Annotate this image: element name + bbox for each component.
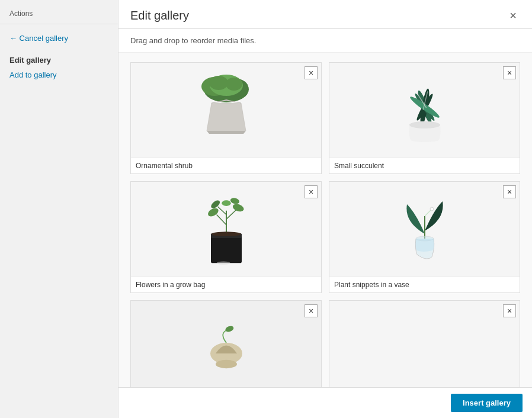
remove-item-button[interactable]: × bbox=[305, 304, 318, 317]
item-image-container: × bbox=[131, 301, 321, 387]
svg-marker-8 bbox=[207, 131, 246, 134]
item-caption[interactable] bbox=[131, 157, 321, 173]
close-modal-button[interactable]: × bbox=[506, 8, 520, 22]
caption-input[interactable] bbox=[334, 281, 515, 289]
modal-footer: Insert gallery bbox=[118, 387, 532, 418]
item-image-container: × bbox=[329, 301, 520, 387]
remove-item-button[interactable]: × bbox=[503, 185, 516, 198]
svg-point-29 bbox=[222, 200, 230, 206]
caption-input[interactable] bbox=[334, 162, 515, 170]
caption-input[interactable] bbox=[136, 281, 316, 289]
sidebar: Actions ← Cancel gallery Edit gallery Ad… bbox=[0, 0, 118, 418]
gallery-grid: × bbox=[130, 62, 520, 387]
item-image-container: × bbox=[131, 63, 321, 157]
sidebar-divider bbox=[0, 24, 118, 24]
drag-hint: Drag and drop to reorder media files. bbox=[118, 29, 532, 53]
remove-item-button[interactable]: × bbox=[503, 304, 516, 317]
add-to-gallery-link[interactable]: Add to gallery bbox=[0, 68, 118, 82]
main-content: Edit gallery × Drag and drop to reorder … bbox=[118, 0, 532, 418]
gallery-item: × bbox=[329, 181, 520, 293]
sidebar-actions-label: Actions bbox=[0, 9, 118, 24]
remove-item-button[interactable]: × bbox=[503, 66, 516, 79]
item-caption[interactable] bbox=[329, 276, 520, 292]
svg-line-24 bbox=[226, 210, 236, 219]
gallery-area[interactable]: × bbox=[118, 53, 532, 387]
svg-point-33 bbox=[211, 231, 241, 236]
item-image-container: × bbox=[329, 182, 520, 276]
svg-line-25 bbox=[217, 207, 226, 214]
svg-line-36 bbox=[425, 210, 431, 216]
item-caption[interactable] bbox=[131, 276, 321, 292]
modal-header: Edit gallery × bbox=[118, 0, 532, 29]
insert-gallery-button[interactable]: Insert gallery bbox=[451, 394, 523, 412]
cancel-gallery-link[interactable]: ← Cancel gallery bbox=[0, 31, 118, 45]
gallery-item: × bbox=[329, 300, 520, 387]
gallery-item: × bbox=[130, 62, 322, 174]
svg-point-34 bbox=[216, 261, 230, 265]
svg-line-23 bbox=[216, 214, 226, 224]
svg-marker-6 bbox=[207, 103, 246, 131]
item-caption[interactable] bbox=[329, 157, 520, 173]
svg-point-41 bbox=[225, 325, 235, 333]
svg-point-4 bbox=[209, 76, 228, 90]
item-image-container: × bbox=[131, 182, 321, 276]
item-image-container: × bbox=[329, 63, 520, 157]
gallery-item: × bbox=[329, 62, 520, 174]
svg-point-30 bbox=[229, 197, 239, 205]
svg-point-37 bbox=[430, 207, 434, 211]
svg-point-40 bbox=[216, 360, 237, 368]
caption-input[interactable] bbox=[136, 162, 316, 170]
svg-point-5 bbox=[226, 78, 242, 91]
svg-point-27 bbox=[232, 202, 245, 213]
modal-title: Edit gallery bbox=[130, 9, 189, 22]
svg-point-21 bbox=[409, 121, 440, 128]
remove-item-button[interactable]: × bbox=[305, 66, 318, 79]
gallery-item: × bbox=[130, 181, 322, 293]
remove-item-button[interactable]: × bbox=[305, 185, 318, 198]
sidebar-section-title: Edit gallery bbox=[0, 52, 118, 68]
gallery-item: × bbox=[130, 300, 322, 387]
